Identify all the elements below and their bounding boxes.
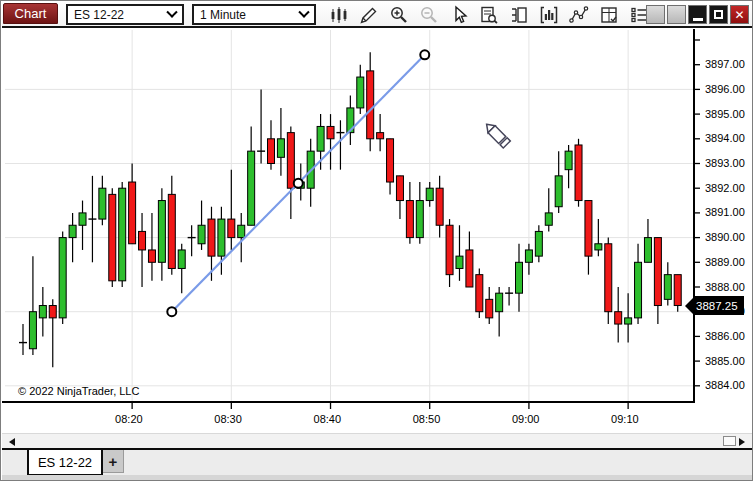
price-axis-label: 3885.00 — [705, 355, 745, 367]
price-axis-label: 3895.00 — [705, 108, 745, 120]
candle-body — [248, 151, 255, 225]
chevron-down-icon — [298, 6, 309, 17]
last-price-marker: 3887.25 — [685, 296, 744, 315]
candle-body — [387, 139, 394, 182]
chart-window: Chart ES 12-22 1 Minute — [0, 0, 753, 481]
candle-body — [625, 318, 632, 324]
pointer-cursor-icon[interactable] — [448, 4, 470, 26]
toolbar-icons — [328, 4, 650, 26]
candle-body — [287, 133, 294, 189]
last-price-value: 3887.25 — [694, 296, 744, 315]
candle-body — [605, 244, 612, 312]
candle-body — [99, 188, 106, 219]
window-button-blank-2[interactable] — [667, 5, 686, 24]
candle-body — [664, 275, 671, 300]
copyright-text: © 2022 NinjaTrader, LLC — [18, 385, 139, 397]
close-button[interactable]: ✕ — [730, 5, 749, 24]
candle-body — [129, 182, 136, 244]
price-axis-label: 3889.00 — [705, 256, 745, 268]
candle-body — [39, 306, 46, 318]
candle-body — [595, 244, 602, 250]
candle-body — [426, 188, 433, 200]
candle-body — [357, 77, 364, 108]
candle-body — [476, 275, 483, 312]
tab-bar: ES 12-22 + — [2, 448, 753, 475]
candle-body — [367, 71, 374, 139]
candle-body — [486, 299, 493, 318]
trend-line-handle[interactable] — [167, 307, 176, 316]
candle-body — [436, 188, 443, 225]
strategies-grid-icon[interactable] — [598, 4, 620, 26]
trend-line-handle[interactable] — [420, 50, 429, 59]
last-price-arrow-icon — [685, 297, 694, 315]
price-axis-label: 3892.00 — [705, 182, 745, 194]
scroll-right-arrow-icon[interactable] — [739, 438, 745, 446]
candlestick-chart — [1, 1, 753, 481]
data-box-icon[interactable] — [478, 4, 500, 26]
window-title-tab[interactable]: Chart — [3, 3, 58, 24]
chart-trader-icon[interactable] — [508, 4, 530, 26]
time-axis-label: 08:30 — [214, 413, 242, 425]
draw-pencil-icon[interactable] — [358, 4, 380, 26]
trend-line[interactable] — [172, 55, 425, 312]
price-axis-label: 3893.00 — [705, 157, 745, 169]
candle-body — [615, 312, 622, 324]
candle-body — [347, 108, 354, 133]
interval-dropdown[interactable]: 1 Minute — [192, 4, 316, 25]
candle-body — [29, 312, 36, 349]
candle-body — [208, 219, 215, 256]
time-axis-label: 09:10 — [611, 413, 639, 425]
time-axis-label: 09:00 — [512, 413, 540, 425]
candle-body — [228, 219, 235, 238]
price-axis-label: 3884.00 — [705, 379, 745, 391]
toolbar: Chart ES 12-22 1 Minute — [2, 2, 753, 28]
candle-body — [69, 225, 76, 237]
candle-body — [79, 213, 86, 225]
chart-style-icon[interactable] — [328, 4, 350, 26]
candle-body — [377, 133, 384, 139]
add-tab-button[interactable]: + — [103, 450, 124, 473]
candle-body — [654, 238, 661, 306]
close-icon: ✕ — [734, 9, 744, 21]
horizontal-scrollbar[interactable] — [2, 433, 753, 448]
candle-body — [317, 126, 324, 151]
candle-body — [178, 250, 185, 269]
zoom-out-icon[interactable] — [418, 4, 440, 26]
instrument-value: ES 12-22 — [74, 8, 124, 22]
window-controls: ✕ — [646, 5, 749, 24]
candle-body — [119, 188, 126, 281]
candle-body — [644, 238, 651, 263]
scrollbar-thumb[interactable] — [723, 436, 736, 446]
tab-es-12-22[interactable]: ES 12-22 — [27, 450, 103, 476]
restore-icon — [714, 10, 723, 19]
candle-body — [218, 219, 225, 256]
scroll-left-arrow-icon[interactable] — [9, 438, 15, 446]
candle-body — [585, 201, 592, 257]
candle-body — [406, 201, 413, 238]
drawing-tools-icon[interactable] — [568, 4, 590, 26]
candle-body — [496, 293, 503, 312]
candle-body — [446, 225, 453, 274]
candle-body — [565, 151, 572, 170]
zoom-in-icon[interactable] — [388, 4, 410, 26]
candle-body — [277, 139, 284, 158]
candle-body — [535, 231, 542, 256]
pencil-cursor-icon — [479, 116, 519, 158]
candle-body — [396, 176, 403, 201]
minimize-button[interactable] — [688, 5, 707, 24]
time-axis-label: 08:20 — [115, 413, 143, 425]
time-axis-label: 08:50 — [413, 413, 441, 425]
trend-line-handle[interactable] — [294, 179, 303, 188]
instrument-dropdown[interactable]: ES 12-22 — [66, 4, 184, 25]
window-button-blank-1[interactable] — [646, 5, 665, 24]
indicators-icon[interactable] — [538, 4, 560, 26]
candle-body — [456, 256, 463, 268]
chevron-down-icon — [166, 6, 177, 17]
candle-body — [59, 238, 66, 318]
price-axis-label: 3897.00 — [705, 58, 745, 70]
candle-body — [516, 262, 523, 293]
candle-body — [268, 139, 275, 164]
restore-button[interactable] — [709, 5, 728, 24]
candle-body — [545, 213, 552, 225]
candle-body — [555, 176, 562, 207]
